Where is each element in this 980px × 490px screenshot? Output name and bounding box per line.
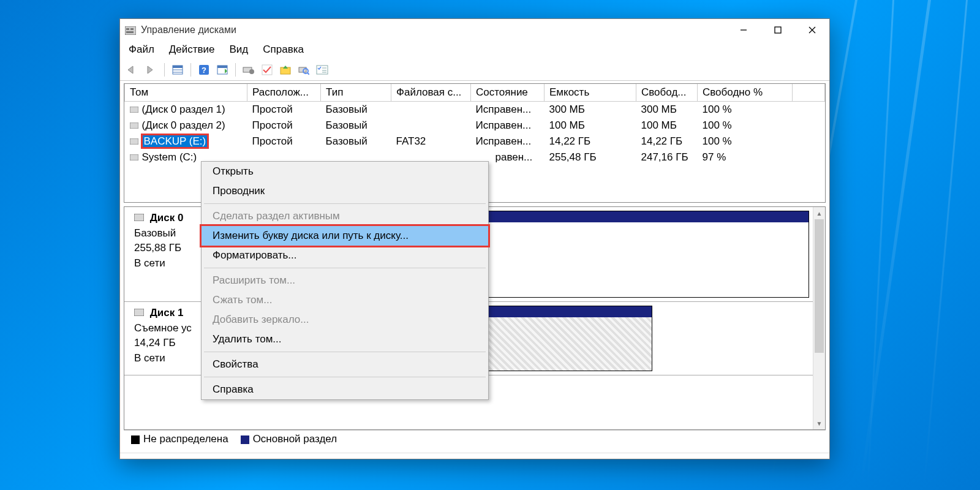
- volume-icon: [130, 119, 138, 126]
- back-icon[interactable]: [125, 62, 141, 78]
- disk-status: В сети: [134, 352, 165, 364]
- primary-swatch: [241, 435, 249, 444]
- disk-status: В сети: [134, 257, 165, 269]
- svg-rect-36: [134, 309, 144, 316]
- table-row[interactable]: BACKUP (E:) Простой Базовый FAT32 Исправ…: [125, 134, 825, 149]
- svg-rect-0: [125, 26, 136, 35]
- svg-rect-3: [126, 31, 134, 33]
- cm-delete[interactable]: Удалить том...: [202, 330, 488, 349]
- disk-icon: [134, 306, 144, 313]
- table-view-icon[interactable]: [170, 62, 186, 78]
- selected-volume-label: BACKUP (E:): [142, 135, 208, 148]
- svg-rect-27: [317, 66, 328, 74]
- col-type[interactable]: Тип: [321, 84, 391, 102]
- help-icon[interactable]: ?: [196, 62, 212, 78]
- disk-settings-icon[interactable]: [241, 62, 257, 78]
- cm-open[interactable]: Открыть: [202, 162, 488, 181]
- legend-unallocated: Не распределена: [131, 433, 228, 445]
- maximize-button[interactable]: [761, 19, 795, 41]
- volume-icon: [130, 151, 138, 157]
- volume-list-header: Том Располож... Тип Файловая с... Состоя…: [125, 84, 825, 102]
- menu-action[interactable]: Действие: [169, 43, 215, 56]
- cm-change-letter[interactable]: Изменить букву диска или путь к диску...: [202, 226, 488, 246]
- menu-view[interactable]: Вид: [230, 43, 249, 56]
- disk-name: Диск 0: [150, 212, 184, 224]
- disk-type: Съемное ус: [134, 322, 192, 334]
- folder-up-icon[interactable]: [277, 62, 293, 78]
- svg-rect-1: [126, 28, 129, 30]
- col-freepercent[interactable]: Свободно %: [698, 84, 793, 102]
- svg-text:?: ?: [202, 66, 206, 75]
- window-title: Управление дисками: [141, 24, 726, 36]
- col-volume[interactable]: Том: [125, 84, 247, 102]
- svg-rect-32: [130, 123, 138, 129]
- checkmark-icon[interactable]: [259, 62, 275, 78]
- col-status[interactable]: Состояние: [471, 84, 545, 102]
- list-options-icon[interactable]: [314, 62, 330, 78]
- refresh-list-icon[interactable]: [214, 62, 230, 78]
- disk-size: 14,24 ГБ: [134, 337, 176, 349]
- scroll-down-icon[interactable]: ▼: [813, 417, 825, 429]
- menubar: Файл Действие Вид Справка: [120, 41, 829, 61]
- legend-primary: Основной раздел: [241, 433, 337, 445]
- cm-shrink: Сжать том...: [202, 290, 488, 310]
- cm-help[interactable]: Справка: [202, 380, 488, 399]
- svg-rect-17: [217, 66, 227, 68]
- menu-file[interactable]: Файл: [129, 43, 154, 56]
- table-row[interactable]: (Диск 0 раздел 1) Простой Базовый Исправ…: [125, 102, 825, 118]
- svg-marker-9: [148, 66, 153, 74]
- scroll-thumb[interactable]: [815, 219, 824, 353]
- cm-make-active: Сделать раздел активным: [202, 206, 488, 226]
- disk-icon: [134, 211, 144, 218]
- toolbar: ?: [120, 61, 829, 81]
- col-filesystem[interactable]: Файловая с...: [391, 84, 471, 102]
- volume-icon: [130, 104, 138, 110]
- col-layout[interactable]: Располож...: [247, 84, 321, 102]
- volume-icon: [130, 135, 138, 141]
- svg-rect-34: [130, 154, 138, 160]
- legend: Не распределена Основной раздел: [124, 430, 826, 449]
- app-icon: [125, 26, 136, 34]
- titlebar: Управление дисками: [120, 19, 829, 41]
- cm-explorer[interactable]: Проводник: [202, 181, 488, 201]
- vertical-scrollbar[interactable]: ▲ ▼: [813, 207, 825, 429]
- svg-line-26: [307, 73, 309, 75]
- svg-point-20: [249, 69, 254, 74]
- col-freespace[interactable]: Свобод...: [636, 84, 698, 102]
- svg-rect-35: [134, 214, 144, 221]
- menu-help[interactable]: Справка: [263, 43, 304, 56]
- cm-properties[interactable]: Свойства: [202, 355, 488, 374]
- disk-type: Базовый: [134, 227, 176, 239]
- cm-format[interactable]: Форматировать...: [202, 246, 488, 265]
- context-menu: Открыть Проводник Сделать раздел активны…: [201, 161, 489, 400]
- col-spacer: [793, 84, 825, 102]
- cm-extend: Расширить том...: [202, 271, 488, 290]
- table-row[interactable]: (Диск 0 раздел 2) Простой Базовый Исправ…: [125, 118, 825, 134]
- unallocated-swatch: [131, 435, 140, 444]
- col-capacity[interactable]: Емкость: [545, 84, 636, 102]
- scroll-up-icon[interactable]: ▲: [813, 207, 825, 219]
- disk-name: Диск 1: [150, 307, 184, 318]
- disk-size: 255,88 ГБ: [134, 242, 181, 254]
- forward-icon[interactable]: [143, 62, 159, 78]
- search-disk-icon[interactable]: [296, 62, 312, 78]
- close-button[interactable]: [795, 19, 829, 41]
- svg-rect-33: [130, 138, 138, 145]
- cm-add-mirror: Добавить зеркало...: [202, 310, 488, 330]
- statusbar: [120, 453, 829, 459]
- minimize-button[interactable]: [726, 19, 761, 41]
- svg-rect-2: [130, 28, 134, 30]
- svg-rect-5: [775, 27, 781, 33]
- svg-marker-8: [128, 66, 133, 74]
- svg-rect-11: [173, 66, 183, 68]
- svg-rect-31: [130, 107, 138, 113]
